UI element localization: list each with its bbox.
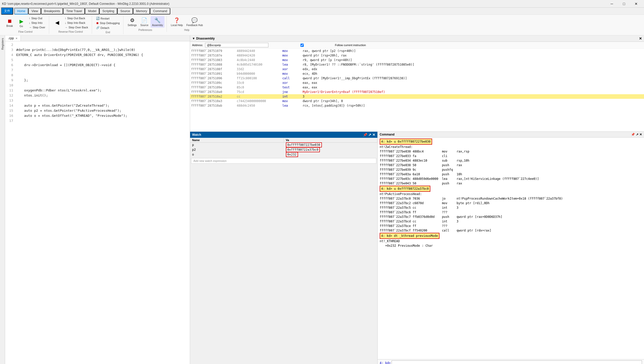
code-line: 4EXTERN_C auto DriverEntry(PDRIVER_OBJEC… xyxy=(5,52,190,58)
code-line: 8 xyxy=(5,73,190,78)
restart-button[interactable]: 🔄 Restart xyxy=(95,16,121,21)
watch-value-box: 0x232 xyxy=(286,152,298,157)
go-back-button[interactable]: ◀ xyxy=(52,18,63,27)
detach-button[interactable]: 🔗 Detach xyxy=(95,26,121,30)
line-number: 11 xyxy=(5,88,15,93)
registers-panel[interactable]: Registers xyxy=(0,35,5,364)
line-text xyxy=(15,83,16,88)
line-number: 2 xyxy=(5,42,15,47)
step-out-label: Step Out xyxy=(31,17,42,20)
preferences-label: Preferences xyxy=(138,29,152,31)
watch-row[interactable]: o0x232 xyxy=(190,152,377,157)
close-button[interactable]: ✕ xyxy=(630,0,642,8)
disasm-line[interactable]: fffff807`2875109e85c0testeax, eax xyxy=(190,85,644,90)
home-menu[interactable]: Home xyxy=(14,8,28,14)
command-header: Command 📌 ↗ ✕ xyxy=(378,132,644,138)
disasm-line[interactable]: fffff807`287510a2ccint3 xyxy=(190,94,644,99)
minimize-button[interactable]: ─ xyxy=(606,0,618,8)
line-number: 6 xyxy=(5,63,15,68)
step-into-back-button[interactable]: ↓ Step Into Back xyxy=(63,21,90,25)
code-line: 14 auto p = ntos.GetPointer("ZwCreateThr… xyxy=(5,103,190,108)
disasm-collapse-icon[interactable]: ▼ xyxy=(192,37,195,40)
watch-close-button[interactable]: ✕ xyxy=(372,133,375,137)
disasm-line[interactable]: fffff807`2875107e4889442420movqword ptr … xyxy=(190,53,644,58)
window-title: KD 'com:pipe,resets=0,reconnect,port=\\.… xyxy=(2,2,169,6)
command-line: fffff807`22a37bcd cc int 3 xyxy=(380,219,642,224)
disasm-bytes: 4c8d05d1740100 xyxy=(237,62,282,67)
source-button[interactable]: 📄 Source xyxy=(139,16,150,28)
address-input[interactable] xyxy=(205,43,268,47)
stop-debugging-button[interactable]: ⏹ Stop Debugging xyxy=(95,21,121,25)
disasm-bytes: 75cd xyxy=(237,90,282,94)
disasm-line[interactable]: fffff807`287510834c8b4c2448movr9, qword … xyxy=(190,58,644,62)
disassembly-close-button[interactable]: ✕ xyxy=(639,36,642,41)
maximize-button[interactable]: □ xyxy=(618,0,630,8)
line-number: 12 xyxy=(5,93,15,98)
watch-col-header: Name Va xyxy=(190,138,377,143)
disasm-line[interactable]: fffff807`287510a3c744234000000000movdwor… xyxy=(190,99,644,103)
step-out-back-button[interactable]: ↑ Step Out Back xyxy=(63,16,90,20)
feedback-hub-button[interactable]: 💬 Feedback Hub xyxy=(185,16,204,28)
disasm-mnemonic: test xyxy=(282,85,303,90)
watch-popout-button[interactable]: ↗ xyxy=(368,133,371,137)
follow-instruction-checkbox[interactable] xyxy=(270,44,334,47)
breakpoints-menu[interactable]: Breakpoints xyxy=(41,8,63,14)
scripting-menu[interactable]: Scripting xyxy=(99,8,117,14)
command-popout-button[interactable]: ↗ xyxy=(636,133,638,136)
assembly-button[interactable]: 🔧 Assembly xyxy=(151,16,164,28)
disasm-line[interactable]: fffff807`2875109c33c0xoreax, eax xyxy=(190,81,644,85)
watch-row[interactable]: p0xfffff807227be030 xyxy=(190,143,377,147)
model-menu[interactable]: Model xyxy=(85,8,99,14)
local-help-button[interactable]: ❓ Local Help xyxy=(169,16,184,28)
disasm-address: fffff807`287510a3 xyxy=(191,99,237,103)
editor-tab-close[interactable]: ✕ xyxy=(15,37,17,40)
editor-tab[interactable]: .cpp ✕ xyxy=(5,35,21,41)
command-input[interactable] xyxy=(392,360,642,364)
command-content[interactable]: 4: kd> u 0xfffff807227be030nt!ZwCreateTh… xyxy=(378,138,644,359)
line-text: auto p2 = ntos.GetPointer("PsActiveProce… xyxy=(15,108,121,113)
break-button[interactable]: ⏹ Break xyxy=(4,17,15,28)
disasm-line[interactable]: fffff807`28751096ff15c800100callqword pt… xyxy=(190,76,644,81)
line-text xyxy=(15,118,16,123)
step-over-button[interactable]: → Step Over xyxy=(27,25,47,29)
disasm-line[interactable]: fffff807`287510884c8d05d1740100lear8, [M… xyxy=(190,62,644,67)
time-travel-menu[interactable]: Time Travel xyxy=(63,8,85,14)
step-over-label: Step Over xyxy=(33,26,45,29)
disasm-operands: qword ptr [MyDriver1!__imp_DbgPrintEx (f… xyxy=(303,76,643,81)
step-into-back-label: Step Into Back xyxy=(67,21,85,24)
disasm-mnemonic: mov xyxy=(282,71,303,76)
code-line: 10 xyxy=(5,83,190,88)
command-prompt-label: 4: kd> xyxy=(380,361,391,364)
step-out-button[interactable]: ↑ Step Out xyxy=(27,16,47,20)
line-number: 13 xyxy=(5,98,15,103)
step-over-back-button[interactable]: → Step Over Back xyxy=(63,25,90,29)
disasm-line[interactable]: fffff807`287510ab488d4c2450learcx, [ntos… xyxy=(190,103,644,108)
source-menu[interactable]: Source xyxy=(117,8,133,14)
command-pin-button[interactable]: 📌 xyxy=(631,133,635,136)
disasm-operands: ecx, 4Dh xyxy=(303,71,643,76)
disassembly-content[interactable]: fffff807`287510794889442440movrax, qword… xyxy=(190,49,644,131)
disasm-line[interactable]: fffff807`287510794889442440movrax, qword… xyxy=(190,49,644,53)
disasm-line[interactable]: fffff807`28751091b94d000000movecx, 4Dh xyxy=(190,71,644,76)
step-into-button[interactable]: ↓ Step Into xyxy=(27,21,47,25)
editor-tab-bar: .cpp ✕ xyxy=(5,35,190,41)
file-menu[interactable]: 文件 xyxy=(1,7,13,15)
step-out-back-label: Step Out Back xyxy=(67,17,85,20)
go-button[interactable]: ▶ Go xyxy=(16,17,27,29)
command-menu[interactable]: Command xyxy=(150,8,170,14)
command-close-button[interactable]: ✕ xyxy=(639,133,642,136)
disasm-mnemonic: jne xyxy=(282,90,303,94)
disasm-line[interactable]: fffff807`2875108f33d2xoredx, edx xyxy=(190,67,644,71)
address-label: Address: xyxy=(192,44,203,47)
watch-pin-button[interactable]: 📌 xyxy=(363,133,367,137)
command-line: fffff807`22a37bc6 ff ??? xyxy=(380,210,642,215)
settings-button[interactable]: ⚙ Settings xyxy=(126,16,138,28)
reverse-step-buttons: ↑ Step Out Back ↓ Step Into Back → Step … xyxy=(63,16,90,29)
disasm-line[interactable]: fffff807`287510a075cdjneMyDriver1!Driver… xyxy=(190,90,644,94)
view-menu[interactable]: View xyxy=(28,8,41,14)
watch-row[interactable]: p20xffff80722a37bc0 xyxy=(190,147,377,152)
memory-menu[interactable]: Memory xyxy=(133,8,150,14)
watch-add-expression[interactable]: Add new watch expression xyxy=(191,158,376,164)
code-content[interactable]: 23#define printk(...)do{DbgPrintEx(77,0,… xyxy=(5,41,190,364)
code-line: 3#define printk(...)do{DbgPrintEx(77,0,_… xyxy=(5,47,190,52)
